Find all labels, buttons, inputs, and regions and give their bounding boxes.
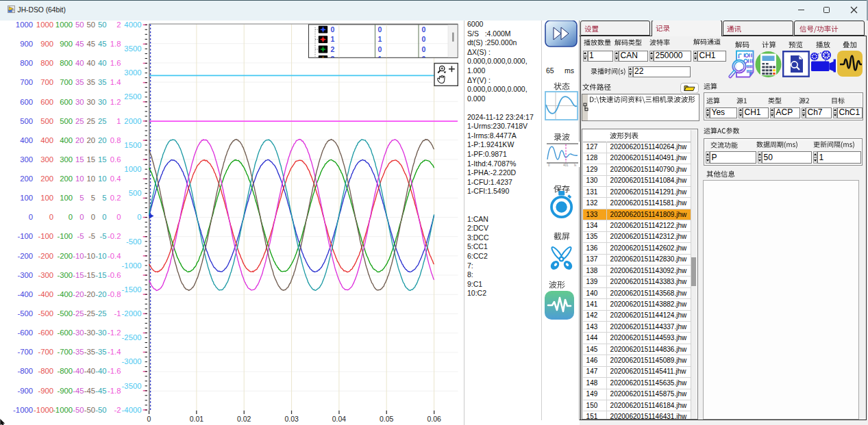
svg-text:-400: -400 xyxy=(17,290,33,298)
svg-text:15: 15 xyxy=(98,155,107,164)
svg-text:-100: -100 xyxy=(17,232,33,240)
svg-text:-25: -25 xyxy=(95,309,106,318)
svg-text:1.8: 1.8 xyxy=(110,40,121,48)
svg-text:300: 300 xyxy=(40,155,53,164)
svg-text:400: 400 xyxy=(40,136,53,144)
svg-text:0: 0 xyxy=(378,45,382,53)
svg-text:200: 200 xyxy=(20,175,33,183)
svg-text:0: 0 xyxy=(378,25,382,34)
svg-text:2500: 2500 xyxy=(124,92,141,101)
svg-text:1000: 1000 xyxy=(16,21,33,29)
svg-text:20: 20 xyxy=(75,136,84,144)
svg-text:-10: -10 xyxy=(73,252,84,260)
svg-text:-300: -300 xyxy=(57,271,73,279)
svg-text:1000: 1000 xyxy=(55,21,73,29)
svg-text:-25: -25 xyxy=(73,309,84,318)
svg-text:5: 5 xyxy=(79,194,84,202)
svg-text:900: 900 xyxy=(20,40,33,48)
svg-text:600: 600 xyxy=(20,98,33,106)
svg-text:500: 500 xyxy=(20,117,33,125)
svg-text:700: 700 xyxy=(40,78,53,86)
svg-text:-50: -50 xyxy=(84,406,95,414)
svg-text:1: 1 xyxy=(378,35,382,43)
svg-text:3: 3 xyxy=(331,55,335,63)
svg-text:-1000: -1000 xyxy=(13,406,33,414)
svg-text:401: 401 xyxy=(563,164,569,167)
svg-text:300: 300 xyxy=(60,155,73,164)
svg-text:0.02: 0.02 xyxy=(237,415,251,423)
svg-text:-500: -500 xyxy=(38,309,53,318)
svg-text:0.4: 0.4 xyxy=(110,175,121,183)
svg-text:-300: -300 xyxy=(38,271,53,279)
svg-text:50: 50 xyxy=(86,21,95,29)
svg-text:-800: -800 xyxy=(17,367,33,375)
svg-text:-50: -50 xyxy=(95,406,106,414)
svg-text:1: 1 xyxy=(116,117,121,125)
svg-text:0: 0 xyxy=(29,213,33,221)
svg-text:400: 400 xyxy=(20,136,33,144)
svg-text:0: 0 xyxy=(69,213,73,221)
svg-text:-1.2: -1.2 xyxy=(108,329,121,337)
svg-text:1500: 1500 xyxy=(124,141,141,149)
svg-text:-3000: -3000 xyxy=(122,357,142,365)
svg-text:-900: -900 xyxy=(38,387,53,395)
svg-text:-100: -100 xyxy=(57,232,73,240)
svg-text:-30: -30 xyxy=(84,329,95,337)
svg-text:-900: -900 xyxy=(57,387,73,395)
svg-text:-500: -500 xyxy=(126,237,142,246)
svg-text:1.4: 1.4 xyxy=(110,78,121,86)
svg-text:30: 30 xyxy=(86,98,95,106)
svg-text:10: 10 xyxy=(75,175,84,183)
svg-text:-600: -600 xyxy=(57,329,73,337)
svg-text:-0.4: -0.4 xyxy=(108,252,121,260)
svg-text:-700: -700 xyxy=(57,348,73,356)
svg-text:0.03: 0.03 xyxy=(284,415,299,423)
svg-text:-0.2: -0.2 xyxy=(108,232,121,240)
svg-text:-4000: -4000 xyxy=(122,406,142,414)
svg-text:40: 40 xyxy=(86,59,95,67)
svg-text:-600: -600 xyxy=(38,329,53,337)
svg-text:-40: -40 xyxy=(73,367,84,375)
svg-text:0.8: 0.8 xyxy=(110,136,121,144)
svg-text:0: 0 xyxy=(422,55,426,63)
svg-text:25: 25 xyxy=(75,117,84,125)
svg-text:700: 700 xyxy=(20,78,33,86)
svg-text:-45: -45 xyxy=(73,387,84,395)
svg-text:300: 300 xyxy=(20,155,33,164)
svg-text:50: 50 xyxy=(75,21,84,29)
svg-text:-30: -30 xyxy=(95,329,106,337)
svg-text:1: 1 xyxy=(378,55,382,63)
svg-text:-1000: -1000 xyxy=(122,261,142,270)
svg-text:-0.8: -0.8 xyxy=(108,290,121,298)
svg-text:600: 600 xyxy=(40,98,53,106)
svg-text:20: 20 xyxy=(86,136,95,144)
svg-text:-15: -15 xyxy=(73,271,84,279)
svg-text:1000: 1000 xyxy=(36,21,53,29)
svg-text:45: 45 xyxy=(75,40,84,48)
svg-text:-10: -10 xyxy=(84,252,95,260)
svg-text:-600: -600 xyxy=(17,329,33,337)
svg-text:1.6: 1.6 xyxy=(110,59,121,67)
svg-text:3500: 3500 xyxy=(124,44,141,53)
svg-text:200: 200 xyxy=(60,175,73,183)
svg-text:0: 0 xyxy=(79,213,84,221)
svg-text:40: 40 xyxy=(75,59,84,67)
svg-text:-1: -1 xyxy=(114,309,121,318)
svg-text:35: 35 xyxy=(86,78,95,86)
svg-text:900: 900 xyxy=(60,40,73,48)
svg-text:0.06: 0.06 xyxy=(427,415,441,423)
svg-text:30: 30 xyxy=(98,98,107,106)
svg-text:800: 800 xyxy=(20,59,33,67)
svg-text:-2500: -2500 xyxy=(122,333,142,342)
svg-text:-300: -300 xyxy=(17,271,33,279)
svg-text:-1.4: -1.4 xyxy=(108,348,121,356)
svg-text:-45: -45 xyxy=(95,387,106,395)
svg-text:0: 0 xyxy=(137,213,141,221)
svg-text:-5: -5 xyxy=(77,232,84,240)
svg-text:0: 0 xyxy=(422,25,426,34)
svg-text:-400: -400 xyxy=(38,290,53,298)
svg-text:-5: -5 xyxy=(99,232,106,240)
svg-text:0.04: 0.04 xyxy=(332,415,347,423)
svg-text:5: 5 xyxy=(102,194,106,202)
svg-text:-700: -700 xyxy=(38,348,53,356)
